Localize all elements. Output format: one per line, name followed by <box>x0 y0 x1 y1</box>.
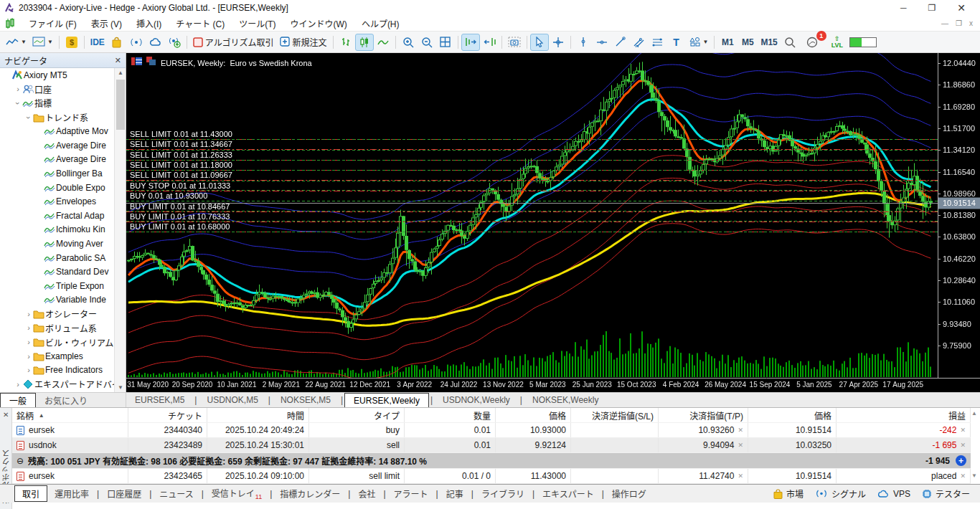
screenshot-button[interactable] <box>505 34 524 51</box>
tree-item[interactable]: ›トレンド系 <box>0 110 114 125</box>
trendline-tool[interactable] <box>611 34 630 51</box>
scroll-thumb[interactable] <box>116 80 125 130</box>
column-header[interactable]: 時間 <box>207 408 309 422</box>
position-row[interactable]: usdnok234234892025.10.24 15:30:01sell0.0… <box>12 438 971 453</box>
tree-item[interactable]: Average Dire <box>0 138 114 153</box>
navigator-tab-一般[interactable]: 一般 <box>0 393 36 407</box>
collapse-icon[interactable]: ⊖ <box>17 456 24 466</box>
toolbox-tab-ライブラリ[interactable]: ライブラリ <box>474 486 532 501</box>
toolbox-tab-ニュース[interactable]: ニュース <box>152 486 200 501</box>
toolbox-tab-操作ログ[interactable]: 操作ログ <box>605 486 654 501</box>
menu-item[interactable]: ヘルプ(H) <box>354 18 407 31</box>
market-button[interactable] <box>108 34 126 51</box>
tree-item[interactable]: ›口座 <box>0 82 114 97</box>
toolbox-close-icon[interactable]: ✕ <box>3 411 9 419</box>
close-position-icon[interactable]: ✕ <box>960 427 966 434</box>
menu-item[interactable]: チャート (C) <box>169 18 232 31</box>
scroll-up-icon[interactable]: ▲ <box>115 70 126 76</box>
tree-item[interactable]: ›Free Indicators <box>0 363 114 377</box>
navigator-close-icon[interactable]: ✕ <box>115 56 121 65</box>
algo-trading-button[interactable]: アルゴリズム取引 <box>190 34 277 51</box>
timeframe-m15-button[interactable]: M15 <box>758 34 780 51</box>
menu-item[interactable]: ツール(T) <box>232 18 283 31</box>
column-header[interactable]: 価格 <box>496 408 571 422</box>
tree-item[interactable]: Moving Aver <box>0 237 114 251</box>
menu-item[interactable]: ウインドウ(W) <box>283 18 354 31</box>
tree-item[interactable]: Triple Expon <box>0 279 114 293</box>
toolbox-tab-指標カレンダー[interactable]: 指標カレンダー <box>273 486 347 501</box>
status-シグナル[interactable]: シグナル <box>815 487 866 500</box>
chart-tab[interactable]: USDNOK,Weekly <box>434 393 519 407</box>
status-テスター[interactable]: テスター <box>922 487 970 500</box>
toolbox-tab-記事[interactable]: 記事 <box>439 486 471 501</box>
column-header[interactable]: タイプ <box>309 408 405 422</box>
menu-item[interactable]: 表示 (V) <box>84 18 129 31</box>
chart-type-button[interactable]: ▼ <box>3 34 29 51</box>
chart-tab[interactable]: EURSEK,Weekly <box>344 393 429 407</box>
tree-expand-icon[interactable]: › <box>14 380 22 389</box>
tree-item[interactable]: Fractal Adap <box>0 209 114 223</box>
toolbox-scroll-down-icon[interactable]: ▼ <box>971 472 977 479</box>
fibonacci-tool[interactable] <box>649 34 667 51</box>
cursor-button[interactable] <box>530 34 549 51</box>
tree-item[interactable]: ›ビル・ウィリアムズ系 <box>0 335 114 349</box>
vertical-line-tool[interactable] <box>574 34 593 51</box>
channel-tool[interactable] <box>630 34 649 51</box>
profiles-button[interactable]: ▼ <box>29 34 56 51</box>
tree-item[interactable]: Axiory MT5 <box>0 68 114 82</box>
tile-windows-button[interactable] <box>436 34 455 51</box>
auto-scroll-button[interactable] <box>480 34 499 51</box>
close-position-icon[interactable]: ✕ <box>960 472 966 480</box>
minimize-button[interactable]: ─ <box>900 3 907 13</box>
scroll-down-icon[interactable]: ▼ <box>115 384 126 391</box>
zoom-out-button[interactable] <box>418 34 436 51</box>
sort-arrow-icon[interactable]: ▲ <box>39 412 44 419</box>
tree-item[interactable]: Bollinger Ba <box>0 166 114 181</box>
toolbox-tab-会社[interactable]: 会社 <box>351 486 382 501</box>
tree-item[interactable]: ›ボリューム系 <box>0 321 114 336</box>
tree-item[interactable]: Ichimoku Kin <box>0 223 114 237</box>
zoom-in-button[interactable] <box>399 34 418 51</box>
tree-item[interactable]: Adaptive Mov <box>0 124 114 138</box>
column-header[interactable]: チケット <box>128 408 207 422</box>
mdi-minimize[interactable]: — <box>941 19 948 27</box>
chart-tab[interactable]: EURSEK,M5 <box>126 393 193 407</box>
timeframe-m1-button[interactable]: M1 <box>717 34 738 51</box>
tree-item[interactable]: Double Expo <box>0 181 114 195</box>
column-header[interactable]: 数量 <box>405 408 496 422</box>
close-button[interactable]: ✕ <box>957 2 966 14</box>
tree-item[interactable]: Envelopes <box>0 194 114 209</box>
chart-tab[interactable]: NOKSEK,Weekly <box>524 393 607 407</box>
mdi-restore[interactable]: ❐ <box>956 19 962 27</box>
remove-tp-icon[interactable]: ✕ <box>738 442 743 449</box>
horizontal-line-tool[interactable] <box>593 34 611 51</box>
ide-button[interactable]: IDE <box>88 34 108 51</box>
close-position-icon[interactable]: ✕ <box>960 442 966 449</box>
candle-mode-button[interactable] <box>355 34 374 51</box>
tree-item[interactable]: ›エキスパートアドバイザ <box>0 377 114 391</box>
text-tool[interactable]: T <box>667 34 686 51</box>
tree-expand-icon[interactable]: › <box>24 338 33 346</box>
market-watch-button[interactable]: $ <box>62 34 81 51</box>
chart-shift-button[interactable] <box>461 34 480 51</box>
remove-tp-icon[interactable]: ✕ <box>738 427 743 434</box>
column-header[interactable]: 決済指値(T/P) <box>659 408 748 422</box>
restore-button[interactable]: ❐ <box>928 3 936 13</box>
toolbox-tab-エキスパート[interactable]: エキスパート <box>535 486 601 501</box>
toolbox-tab-アラート[interactable]: アラート <box>387 486 435 501</box>
tree-item[interactable]: ›指標 <box>0 96 114 110</box>
tree-expand-icon[interactable]: › <box>24 323 33 332</box>
line-mode-button[interactable] <box>374 34 392 51</box>
column-header[interactable]: 価格 <box>748 408 837 422</box>
mdi-close[interactable]: x <box>969 19 973 27</box>
tree-expand-icon[interactable]: › <box>24 352 33 361</box>
chart-tab[interactable]: USDNOK,M5 <box>198 393 266 407</box>
remove-tp-icon[interactable]: ✕ <box>738 472 743 480</box>
tree-item[interactable]: Variable Inde <box>0 293 114 308</box>
menu-item[interactable]: ファイル (F) <box>22 18 84 31</box>
timeframe-m5-button[interactable]: M5 <box>738 34 758 51</box>
position-row[interactable]: eursek234403402025.10.24 20:49:24buy0.01… <box>12 423 971 438</box>
tree-item[interactable]: ›Examples <box>0 349 114 363</box>
status-市場[interactable]: 市場 <box>773 487 804 500</box>
column-header[interactable]: 損益 <box>837 408 971 422</box>
